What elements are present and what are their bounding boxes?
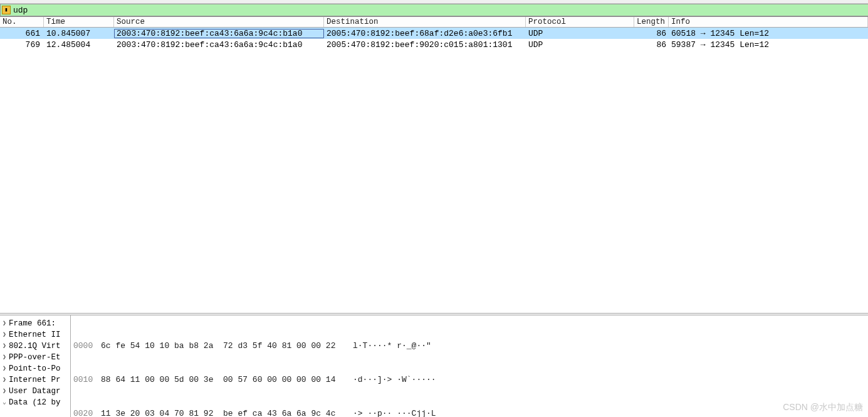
cell-proto: UDP bbox=[526, 40, 634, 50]
column-header-dest[interactable]: Destination bbox=[324, 17, 526, 27]
tree-item-data[interactable]: Data (12 by bbox=[0, 397, 70, 408]
tree-item-8021q[interactable]: 802.1Q Virt bbox=[0, 340, 70, 352]
packet-list-blank bbox=[0, 50, 868, 313]
chevron-right-icon bbox=[1, 343, 8, 349]
hex-ascii: l·T····* r·_@··" ·d···]·> ·W`····· ·> ··… bbox=[353, 318, 436, 417]
chevron-right-icon bbox=[1, 377, 8, 383]
tree-item-udp[interactable]: User Datagr bbox=[0, 386, 70, 397]
cell-info: 60518 → 12345 Len=12 bbox=[669, 29, 868, 38]
cell-proto: UDP bbox=[526, 29, 634, 38]
cell-no: 769 bbox=[0, 40, 44, 50]
cell-dest: 2005:470:8192:beef:68af:d2e6:a0e3:6fb1 bbox=[324, 29, 526, 38]
tree-item-pppoe[interactable]: PPP-over-Et bbox=[0, 352, 70, 363]
packet-details-pane: Frame 661: Ethernet II 802.1Q Virt PPP-o… bbox=[0, 315, 71, 417]
packet-list: No. Time Source Destination Protocol Len… bbox=[0, 16, 868, 313]
chevron-right-icon bbox=[1, 388, 8, 394]
cell-time: 12.485004 bbox=[44, 40, 114, 50]
packet-row[interactable]: 769 12.485004 2003:470:8192:beef:ca43:6a… bbox=[0, 39, 868, 50]
chevron-right-icon bbox=[1, 366, 8, 372]
chevron-right-icon bbox=[1, 320, 8, 327]
cell-time: 10.845007 bbox=[44, 29, 114, 38]
tree-item-ip[interactable]: Internet Pr bbox=[0, 374, 70, 386]
packet-rows: 661 10.845007 2003:470:8192:beef:ca43:6a… bbox=[0, 28, 868, 50]
bookmark-icon[interactable]: ▮ bbox=[2, 6, 11, 14]
column-header-length[interactable]: Length bbox=[634, 17, 669, 27]
tree-item-frame[interactable]: Frame 661: bbox=[0, 318, 70, 329]
cell-source: 2003:470:8192:beef:ca43:6a6a:9c4c:b1a0 bbox=[114, 40, 324, 50]
column-header-protocol[interactable]: Protocol bbox=[526, 17, 634, 27]
chevron-down-icon bbox=[1, 399, 8, 406]
cell-length: 86 bbox=[634, 29, 669, 38]
hex-offsets: 0000 0010 0020 0030 0040 0050 bbox=[73, 318, 101, 417]
hex-dump-pane[interactable]: 0000 0010 0020 0030 0040 0050 6c fe 54 1… bbox=[71, 315, 868, 417]
packet-row[interactable]: 661 10.845007 2003:470:8192:beef:ca43:6a… bbox=[0, 28, 868, 39]
packet-list-header: No. Time Source Destination Protocol Len… bbox=[0, 16, 868, 28]
cell-info: 59387 → 12345 Len=12 bbox=[669, 40, 868, 50]
display-filter-input[interactable] bbox=[11, 4, 868, 16]
column-header-time[interactable]: Time bbox=[44, 17, 114, 27]
tree-item-ppp[interactable]: Point-to-Po bbox=[0, 363, 70, 374]
cell-source: 2003:470:8192:beef:ca43:6a6a:9c4c:b1a0 bbox=[114, 29, 324, 38]
tree-item-ethernet[interactable]: Ethernet II bbox=[0, 329, 70, 340]
display-filter-bar: ▮ bbox=[0, 4, 868, 16]
column-header-no[interactable]: No. bbox=[0, 17, 44, 27]
column-header-source[interactable]: Source bbox=[114, 17, 324, 27]
chevron-right-icon bbox=[1, 332, 8, 338]
chevron-right-icon bbox=[1, 354, 8, 361]
hex-bytes: 6c fe 54 10 10 ba b8 2a 72 d3 5f 40 81 0… bbox=[101, 318, 353, 417]
column-header-info[interactable]: Info bbox=[669, 17, 868, 27]
cell-length: 86 bbox=[634, 40, 669, 50]
cell-dest: 2005:470:8192:beef:9020:c015:a801:1301 bbox=[324, 40, 526, 50]
cell-no: 661 bbox=[0, 29, 44, 38]
